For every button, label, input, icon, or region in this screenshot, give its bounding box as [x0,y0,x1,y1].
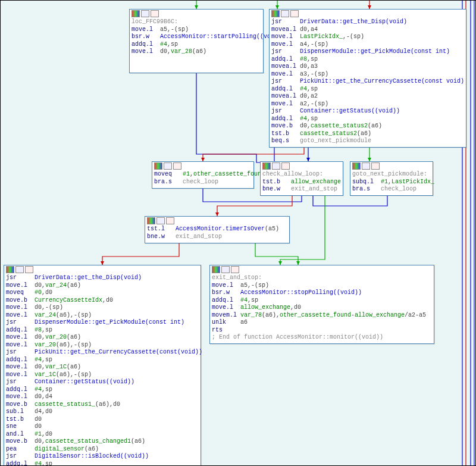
node-toolbar[interactable] [212,266,432,273]
asm-line: move.l allow_exchange,d0 [212,304,432,312]
asm-line: jsr PickUnit::get_the_CurrencyCassette(c… [6,349,199,356]
asm-line: tst.b cassette_status2(a6) [271,130,464,138]
list-icon[interactable] [151,10,159,17]
asm-line: move.l var_1C(a6),-(sp) [6,371,199,379]
asm-line: move.b d0,cassette_status_changed1(a6) [6,438,199,446]
node-toolbar[interactable] [147,217,287,224]
asm-line: addq.l #4,sp [212,297,432,305]
asm-line: jsr DispenserModule::get_PickModule(cons… [271,48,464,56]
node-toolbar[interactable] [262,162,341,170]
asm-line: sne d0 [6,423,199,431]
asm-line: move.l d0,var_28(a6) [131,48,261,56]
node-toolbar[interactable] [154,162,252,170]
asm-line: move.l d0,var_20(a6) [6,334,199,342]
node-toolbar[interactable] [352,162,431,170]
graph-node-n4[interactable]: check_allow_loop:tst.b allow_exchangebne… [260,161,343,196]
asm-line: move.l a5,-(sp) [212,282,432,290]
asm-line: bne.w exit_and_stop [147,233,287,241]
asm-line: moveq #0,d0 [6,289,199,297]
list-icon[interactable] [290,10,299,17]
asm-line: move.b d0,cassette_status2(a6) [271,123,464,130]
window-icon[interactable] [362,162,370,170]
asm-line: jsr PickUnit::get_the_CurrencyCassette(c… [271,78,464,86]
graph-node-n8[interactable]: exit_and_stop:move.l a5,-(sp)bsr.w Acces… [209,265,434,344]
node-label: exit_and_stop: [212,274,432,282]
color-icon[interactable] [6,266,14,273]
asm-line: move.l var_24(a6),-(sp) [6,312,199,320]
asm-line: move.l a5,-(sp) [131,26,261,34]
window-icon[interactable] [281,10,289,17]
node-toolbar[interactable] [6,266,199,273]
list-icon[interactable] [231,266,239,273]
node-toolbar[interactable] [271,10,464,17]
color-icon[interactable] [262,162,271,170]
color-icon[interactable] [271,10,280,17]
asm-line: bsr.w AccessMonitor::startPolling((void)… [131,33,261,41]
graph-node-n7[interactable]: jsr DriverData::get_the_Disp(void)move.l… [4,265,201,466]
asm-line: rts [212,327,432,334]
node-label: loc_FFC99B6C: [131,18,261,26]
asm-line: move.l LastPickIdx_,-(sp) [271,33,464,41]
window-icon[interactable] [141,10,149,17]
asm-line: addq.l #4,sp [131,41,261,49]
node-label: check_allow_loop: [262,171,341,179]
color-icon[interactable] [131,10,140,17]
asm-line: jsr Container::getStatus((void)) [271,108,464,115]
asm-line: ; End of function AccessMonitor::monitor… [212,334,432,342]
asm-line: move.l d0,var_24(a6) [6,282,199,290]
window-icon[interactable] [15,266,24,273]
asm-line: and.l #1,d0 [6,431,199,439]
list-icon[interactable] [371,162,380,170]
asm-line: tst.l AccessMonitor.timerIsOver(a5) [147,226,287,233]
graph-node-n3[interactable]: moveq #1,other_cassette_foundbra.s check… [152,161,254,189]
asm-line: movea.l d0,a4 [271,26,464,34]
graph-node-n6[interactable]: tst.l AccessMonitor.timerIsOver(a5)bne.w… [145,216,290,243]
list-icon[interactable] [281,162,290,170]
asm-line: subq.l #1,LastPickIdx_ [352,179,431,186]
asm-line: movem.l var_78(a6),other_cassette_found-… [212,312,432,320]
asm-line: move.l a2,-(sp) [271,101,464,108]
asm-line: jsr DriverData::get_the_Disp(void) [271,18,464,26]
window-icon[interactable] [164,162,172,170]
color-icon[interactable] [352,162,361,170]
color-icon[interactable] [147,217,155,224]
flow-edge [255,243,298,265]
window-icon[interactable] [156,217,165,224]
node-toolbar[interactable] [131,10,261,17]
asm-line: move.l d0,d4 [6,393,199,401]
asm-line: addq.l #4,sp [6,461,199,467]
graph-node-n2[interactable]: jsr DriverData::get_the_Disp(void)movea.… [269,9,466,148]
list-icon[interactable] [25,266,33,273]
asm-line: move.l d0,var_1C(a6) [6,364,199,371]
color-icon[interactable] [212,266,220,273]
asm-line: addq.l #4,sp [271,86,464,93]
asm-line: move.l d0,-(sp) [6,304,199,312]
window-icon[interactable] [272,162,280,170]
asm-line: jsr DriverData::get_the_Disp(void) [6,274,199,282]
asm-line: move.l a4,-(sp) [271,41,464,49]
asm-line: pea digital_sensor(a6) [6,446,199,454]
asm-line: bsr.w AccessMonitor::stopPolling((void)) [212,289,432,297]
graph-node-n1[interactable]: loc_FFC99B6C:move.l a5,-(sp)bsr.w Access… [129,9,264,73]
asm-line: bra.s check_loop [154,179,252,186]
asm-line: move.l a3,-(sp) [271,71,464,79]
asm-line: jsr DigitalSensor::isBlocked((void)) [6,453,199,461]
asm-line: addq.l #4,sp [6,386,199,394]
list-icon[interactable] [166,217,174,224]
asm-line: moveq #1,other_cassette_found [154,171,252,179]
window-icon[interactable] [221,266,230,273]
asm-line: move.b cassette_status1_(a6),d0 [6,401,199,409]
asm-line: beq.s goto_next_pickmodule [271,137,464,145]
list-icon[interactable] [173,162,181,170]
asm-line: bne.w exit_and_stop [262,186,341,193]
asm-line: move.b CurrencyCassetteIdx,d0 [6,297,199,305]
asm-line: unlk a6 [212,319,432,327]
flow-edge [102,243,179,265]
asm-line: tst.b allow_exchange [262,179,341,186]
asm-line: tst.b d0 [6,416,199,424]
color-icon[interactable] [154,162,162,170]
graph-node-n5[interactable]: goto_next_pickmodule:subq.l #1,LastPickI… [350,161,433,196]
asm-line: jsr DispenserModule::get_PickModule(cons… [6,319,199,327]
asm-line: jsr Container::getStatus((void)) [6,379,199,386]
asm-line: move.l var_20(a6),-(sp) [6,342,199,349]
